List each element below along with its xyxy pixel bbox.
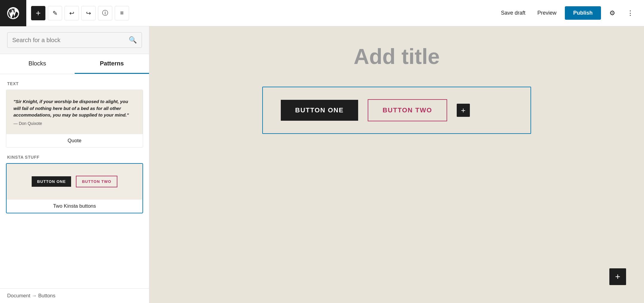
more-icon: ⋮ <box>627 9 634 17</box>
settings-button[interactable]: ⚙ <box>606 7 619 20</box>
search-area: 🔍 <box>0 26 149 54</box>
content-area: Add title BUTTON ONE BUTTON TWO + + <box>149 26 644 303</box>
wp-logo-button[interactable] <box>0 0 26 26</box>
toolbar: + ✎ ↩ ↪ ⓘ ≡ Save draft Preview Publish ⚙… <box>0 0 644 26</box>
toolbar-left: + ✎ ↩ ↪ ⓘ ≡ <box>26 6 490 20</box>
quote-attribution: — Don Quixote <box>13 121 42 126</box>
search-input-wrap: 🔍 <box>7 32 142 48</box>
redo-icon: ↪ <box>86 10 91 17</box>
content-button-two[interactable]: BUTTON TWO <box>368 99 447 121</box>
sidebar: 🔍 Blocks Patterns TEXT "Sir Knight, if y… <box>0 26 149 303</box>
undo-icon: ↩ <box>69 10 74 17</box>
quote-preview: "Sir Knight, if your worship be disposed… <box>6 90 143 134</box>
section-kinsta-label: KINSTA STUFF <box>0 152 149 163</box>
publish-button[interactable]: Publish <box>565 6 601 20</box>
redo-button[interactable]: ↪ <box>81 6 96 20</box>
sidebar-content: TEXT "Sir Knight, if your worship be dis… <box>0 74 149 288</box>
breadcrumb: Document → Buttons <box>0 288 149 303</box>
list-view-button[interactable]: ≡ <box>115 6 129 20</box>
buttons-pattern-label: Two Kinsta buttons <box>7 200 142 213</box>
quote-pattern-label: Quote <box>6 134 143 147</box>
tabs: Blocks Patterns <box>0 54 149 74</box>
info-icon: ⓘ <box>102 9 108 17</box>
buttons-block: BUTTON ONE BUTTON TWO + <box>262 87 531 134</box>
content-button-one[interactable]: BUTTON ONE <box>281 100 358 121</box>
gear-icon: ⚙ <box>609 9 615 17</box>
main-area: 🔍 Blocks Patterns TEXT "Sir Knight, if y… <box>0 26 644 303</box>
search-input[interactable] <box>12 37 129 44</box>
pattern-card-quote[interactable]: "Sir Knight, if your worship be disposed… <box>6 90 143 148</box>
preview-button[interactable]: Preview <box>534 7 560 19</box>
info-button[interactable]: ⓘ <box>98 6 112 20</box>
add-block-bottom-button[interactable]: + <box>609 268 626 285</box>
pencil-button[interactable]: ✎ <box>48 6 62 20</box>
tab-blocks[interactable]: Blocks <box>0 54 75 74</box>
section-text-label: TEXT <box>0 79 149 90</box>
tab-patterns[interactable]: Patterns <box>75 54 149 74</box>
wp-logo-icon <box>6 6 20 20</box>
buttons-preview: BUTTON ONE BUTTON TWO <box>7 164 142 200</box>
add-inline-button[interactable]: + <box>457 104 470 117</box>
undo-button[interactable]: ↩ <box>65 6 79 20</box>
search-button[interactable]: 🔍 <box>129 36 137 44</box>
add-block-button[interactable]: + <box>31 6 45 20</box>
search-icon: 🔍 <box>129 36 137 44</box>
pattern-card-buttons[interactable]: BUTTON ONE BUTTON TWO Two Kinsta buttons <box>6 163 143 213</box>
preview-btn-two: BUTTON TWO <box>76 176 117 187</box>
quote-text: "Sir Knight, if your worship be disposed… <box>13 98 136 119</box>
more-options-button[interactable]: ⋮ <box>624 7 637 20</box>
pencil-icon: ✎ <box>53 10 58 17</box>
preview-btn-one: BUTTON ONE <box>32 176 71 187</box>
save-draft-button[interactable]: Save draft <box>497 7 529 19</box>
page-title[interactable]: Add title <box>262 44 531 69</box>
toolbar-right: Save draft Preview Publish ⚙ ⋮ <box>490 6 644 20</box>
list-icon: ≡ <box>120 10 124 16</box>
